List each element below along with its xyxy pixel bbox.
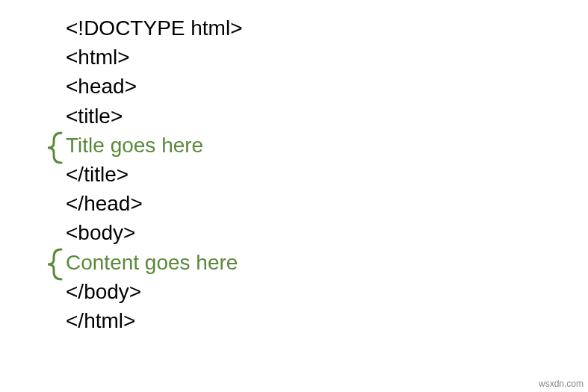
code-line-doctype: <!DOCTYPE html> — [66, 13, 243, 43]
code-line-html-close: </html> — [66, 306, 243, 335]
code-line-head-close: </head> — [66, 189, 243, 218]
code-line-content-placeholder: Content goes here — [66, 248, 243, 277]
title-bracket-icon — [45, 131, 63, 164]
content-bracket-icon — [45, 248, 63, 281]
code-line-head-open: <head> — [66, 72, 243, 101]
code-line-title-open: <title> — [66, 102, 243, 131]
code-line-body-open: <body> — [66, 218, 243, 247]
html-code-example: <!DOCTYPE html> <html> <head> <title> Ti… — [66, 13, 243, 335]
code-line-title-close: </title> — [66, 160, 243, 189]
watermark: wsxdn.com — [539, 379, 584, 389]
code-line-title-placeholder: Title goes here — [66, 131, 243, 160]
code-line-html-open: <html> — [66, 43, 243, 72]
code-line-body-close: </body> — [66, 277, 243, 306]
